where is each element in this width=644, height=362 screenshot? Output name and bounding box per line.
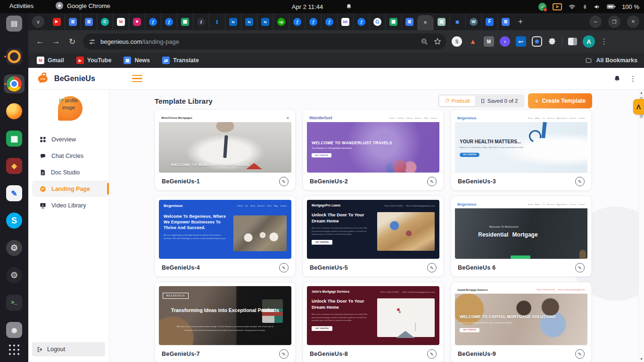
zoom-out-icon[interactable] xyxy=(421,38,428,45)
tab-docs[interactable]: ≣ xyxy=(65,14,81,30)
filter-prebuilt-button[interactable]: Prebuilt xyxy=(439,96,475,106)
dock-item-settings[interactable]: ⚙ xyxy=(4,239,25,257)
browser-menu-icon[interactable]: ⋮ xyxy=(601,37,608,46)
edit-template-icon[interactable]: ✎ xyxy=(575,349,585,359)
template-card[interactable]: BegenieusHome About Us Services Appointm… xyxy=(451,109,592,190)
dock-item-media[interactable] xyxy=(4,47,25,66)
scroll-up-arrow[interactable]: ▲ xyxy=(639,91,644,94)
template-card[interactable]: WiseChoice Mortgages≡ WELCOME TO WISECHO… xyxy=(155,109,296,190)
tab-search-chevron-icon[interactable]: ∨ xyxy=(32,16,44,28)
tab-facebook[interactable]: f xyxy=(145,14,161,30)
dock-item-apps-grid[interactable] xyxy=(4,340,25,359)
tab-facebook[interactable]: f xyxy=(321,14,337,30)
tab-google[interactable]: G xyxy=(369,14,385,30)
dock-item-chrome[interactable] xyxy=(4,74,25,93)
close-window-button[interactable]: × xyxy=(627,16,639,28)
brand-logo-group[interactable]: BeGenieUs xyxy=(36,72,95,86)
edit-template-icon[interactable]: ✎ xyxy=(279,349,289,359)
linkedin-extension-icon[interactable]: in+ xyxy=(516,36,526,47)
app-menu-kebab-icon[interactable]: ⋮ xyxy=(629,74,636,83)
tab-sheets[interactable]: ▦ xyxy=(177,14,193,30)
side-panel-icon[interactable] xyxy=(568,38,577,45)
system-tray[interactable]: ✓ ➤ 100 % xyxy=(538,0,639,13)
template-preview-product-design[interactable]: BEGENIEUS Transforming Ideas into Except… xyxy=(159,286,291,345)
sidebar-item-landing-page[interactable]: Landing Page xyxy=(32,181,109,197)
tab-letter-f[interactable]: F xyxy=(481,14,497,30)
template-preview-johns-mortgage[interactable]: John's Mortgage ServicesPhone: (555) 123… xyxy=(307,286,439,345)
new-tab-button[interactable]: + xyxy=(518,17,523,26)
tab-docs[interactable]: ≣ xyxy=(497,14,513,30)
template-card[interactable]: BEGENIEUS Transforming Ideas into Except… xyxy=(155,282,296,362)
extensions-puzzle-icon[interactable] xyxy=(548,37,556,46)
filter-saved-button[interactable]: Saved 0 of 2 xyxy=(475,96,523,106)
notification-bell-icon[interactable] xyxy=(346,3,352,10)
template-preview-wisechoice[interactable]: WiseChoice Mortgages≡ WELCOME TO WISECHO… xyxy=(159,114,291,173)
minimize-button[interactable]: – xyxy=(589,16,602,28)
scroll-down-arrow[interactable]: ▼ xyxy=(639,357,644,361)
tab-docs[interactable]: ≣ xyxy=(401,14,417,30)
tab-facebook[interactable]: f xyxy=(289,14,305,30)
template-preview-capital-mortgage[interactable]: Capital Mortgage SolutionsPhone: (555) 9… xyxy=(455,286,587,345)
url-text[interactable]: begenieus.com/landing-page xyxy=(100,37,179,46)
tab-upwork[interactable]: up xyxy=(273,14,289,30)
tab-facebook[interactable]: f xyxy=(353,14,369,30)
tab-facebook[interactable]: f xyxy=(305,14,321,30)
dock-item-writer[interactable]: ✎ xyxy=(4,184,25,203)
dock-item-calc[interactable]: ▦ xyxy=(4,129,25,148)
bookmark-youtube[interactable]: ▶YouTube xyxy=(76,57,112,64)
tab-docs[interactable]: ≣ xyxy=(81,14,97,30)
extension-s-icon[interactable]: S xyxy=(452,36,462,47)
address-bar[interactable]: begenieus.com/landing-page xyxy=(83,33,446,49)
edit-template-icon[interactable]: ✎ xyxy=(575,177,585,186)
sidebar-item-video-library[interactable]: Video Library xyxy=(28,197,109,214)
forward-button[interactable]: → xyxy=(51,37,61,46)
tab-twitter[interactable]: t xyxy=(209,14,225,30)
dock-item-skype[interactable]: S xyxy=(4,211,25,230)
tab-dot-pink[interactable] xyxy=(129,14,145,30)
all-bookmarks-button[interactable]: All Bookmarks xyxy=(585,57,637,64)
site-settings-icon[interactable] xyxy=(89,38,96,45)
template-card[interactable]: WanderlustHome Portfolio Gallery Service… xyxy=(303,109,444,190)
app-notifications-bell-icon[interactable] xyxy=(613,75,621,82)
template-preview-mortgagepro[interactable]: MortgagePro LoansPhone: (555) 123-4567Em… xyxy=(307,200,439,259)
bookmark-gmail[interactable]: MGmail xyxy=(37,57,64,64)
lighthouse-extension-icon[interactable]: ▲ xyxy=(468,36,478,47)
dock-item-terminal[interactable]: >_ xyxy=(4,293,25,312)
edit-template-icon[interactable]: ✎ xyxy=(427,263,437,272)
tab-gmail[interactable]: M xyxy=(113,14,129,30)
profile-image-broken[interactable]: profile image xyxy=(55,95,83,122)
template-preview-health[interactable]: BegenieusHome About Us Services Appointm… xyxy=(455,114,587,173)
tab-letter-c[interactable]: C xyxy=(97,14,113,30)
reload-button[interactable]: ↻ xyxy=(67,37,77,47)
template-preview-agency-blue[interactable]: BegenieusHome Our Story Services Team Bl… xyxy=(159,200,291,259)
tab-linkedin[interactable]: in xyxy=(257,14,273,30)
edit-template-icon[interactable]: ✎ xyxy=(575,263,585,272)
edit-template-icon[interactable]: ✎ xyxy=(427,177,437,186)
tab-dd[interactable]: DD xyxy=(337,14,353,30)
bookmark-translate[interactable]: ⇄Translate xyxy=(162,57,199,64)
assistant-side-handle[interactable]: Λ xyxy=(633,99,644,115)
extension-moon-icon[interactable]: ◗ xyxy=(500,36,510,47)
clock[interactable]: Apr 2 11:44 xyxy=(292,3,323,10)
back-button[interactable]: ← xyxy=(35,37,45,46)
tab-linkedin[interactable]: in xyxy=(225,14,241,30)
sidebar-toggle-hamburger[interactable] xyxy=(132,75,142,82)
dock-item-firefox[interactable] xyxy=(4,102,25,121)
template-card[interactable]: BegenieusHome About Us Services Appointm… xyxy=(451,196,592,277)
template-preview-wanderlust[interactable]: WanderlustHome Portfolio Gallery Service… xyxy=(307,114,439,173)
page-scrollbar[interactable]: ▲ ▼ xyxy=(638,90,644,362)
edit-template-icon[interactable]: ✎ xyxy=(279,177,289,186)
bookmark-star-icon[interactable] xyxy=(434,38,441,45)
template-card[interactable]: John's Mortgage ServicesPhone: (555) 123… xyxy=(303,282,444,362)
tab-chatgpt[interactable]: ⌘ xyxy=(433,14,449,30)
sidebar-item-chat-circles[interactable]: Chat Circles xyxy=(28,148,109,164)
dock-item-tweaks[interactable]: ⚙ xyxy=(4,266,25,285)
tab-wordpress[interactable]: W xyxy=(465,14,481,30)
active-tab-close-button[interactable]: × xyxy=(417,15,433,30)
tab-gemini[interactable]: ◆ xyxy=(449,14,465,30)
edit-template-icon[interactable]: ✎ xyxy=(279,263,289,272)
tab-script[interactable]: i xyxy=(193,14,209,30)
bookmark-news[interactable]: ▤News xyxy=(124,57,150,64)
restore-button[interactable]: ❐ xyxy=(608,16,620,28)
tab-facebook[interactable]: f xyxy=(161,14,177,30)
